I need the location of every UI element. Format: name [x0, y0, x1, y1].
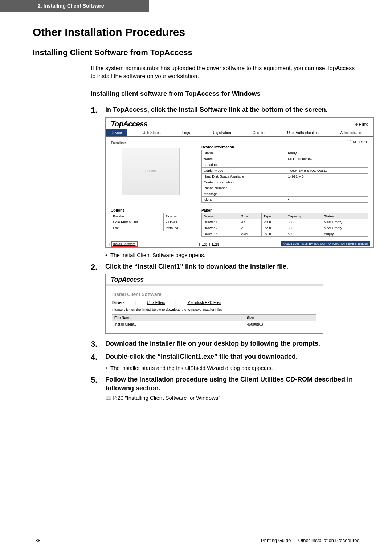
copyright-text: ©2003-2005 TOSHIBA TEC CORPORATION All R…: [281, 241, 370, 246]
chapter-tab: 2. Installing Client Software: [0, 0, 149, 12]
install-client1-link[interactable]: Install Client1: [112, 321, 245, 328]
tab-registration[interactable]: Registration: [207, 129, 236, 136]
refresh-label: REFRESH: [353, 140, 368, 144]
device-info-table: Statusready NameMFP-00000184 Location Co…: [201, 150, 368, 203]
step-3: 3. Download the installer file on your d…: [91, 339, 359, 349]
table-row: Message: [202, 191, 368, 197]
tab-unix-filters[interactable]: Unix Filters: [147, 301, 165, 305]
heading-1: Other Installation Procedures: [33, 26, 359, 41]
paper-title: Paper: [201, 208, 368, 212]
table-row: Install Client1 45088(KB): [112, 321, 316, 328]
table-header-row: File Name Size: [112, 315, 316, 321]
tab-mac-ppd[interactable]: Macintosh PPD Files: [187, 301, 221, 305]
tab-device[interactable]: Device: [106, 129, 127, 136]
ics-tabs: Drivers| Unix Filters| Macintosh PPD Fil…: [112, 301, 316, 305]
step-4-sub: •The installer starts and the InstallShi…: [105, 364, 359, 372]
table-row: Hard Disk Space Available14992 MB: [202, 174, 368, 179]
step-number: 5.: [91, 375, 101, 392]
screenshot-install-client-software: TopAccess Install Client Software Driver…: [105, 274, 323, 334]
tab-user-auth[interactable]: User Authentication: [282, 129, 324, 136]
step-number: 2.: [91, 262, 101, 272]
heading-3: Installing client software from TopAcces…: [91, 90, 359, 98]
step-number: 1.: [91, 106, 101, 115]
table-row: Alerts▪: [202, 197, 368, 203]
tab-counter[interactable]: Counter: [248, 129, 271, 136]
book-icon: 📖: [105, 395, 111, 401]
topaccess-tabs: Device Job Status Logs Registration Coun…: [106, 129, 373, 137]
help-link[interactable]: Help: [212, 242, 219, 246]
table-row: FinisherFinisher: [111, 213, 194, 219]
file-size: 45088(KB): [245, 321, 316, 328]
paper-table: Drawer Size Type Capacity Status Drawer …: [201, 213, 368, 237]
table-row: Drawer 3A4RPlain500Empty: [202, 231, 368, 237]
topaccess-logo: TopAccess: [111, 276, 144, 283]
table-row: Location: [202, 162, 368, 168]
table-row: Statusready: [202, 150, 368, 156]
page-number: 188: [33, 538, 41, 543]
step-text: Follow the installation procedure using …: [105, 375, 359, 392]
table-row: Drawer 2A3Plain500Near Empty: [202, 225, 368, 231]
footer-title: Printing Guide — Other Installation Proc…: [261, 538, 359, 543]
table-row: NameMFP-00000184: [202, 156, 368, 162]
tab-drivers[interactable]: Drivers: [112, 301, 124, 305]
step-2: 2. Click the “Install Client1” link to d…: [91, 262, 359, 272]
step-1-sub: •The Install Client Software page opens.: [105, 251, 359, 259]
options-table: FinisherFinisher Hole Punch Unit2 Holes …: [111, 213, 194, 231]
refresh-button[interactable]: REFRESH: [201, 140, 368, 144]
table-row: Contact Information: [202, 179, 368, 185]
topaccess-logo: TopAccess: [111, 120, 147, 128]
step-5: 5. Follow the installation procedure usi…: [91, 375, 359, 392]
device-info-title: Device Information: [201, 145, 368, 149]
tab-administration[interactable]: Administration: [335, 129, 368, 136]
refresh-icon: [347, 140, 351, 144]
step-text: Download the installer file on your desk…: [105, 339, 320, 349]
screenshot-topaccess-device: TopAccess e-Filing Device Job Status Log…: [105, 117, 374, 248]
tab-logs[interactable]: Logs: [177, 129, 195, 136]
install-software-link[interactable]: Install Software: [111, 241, 138, 247]
table-row: Copier ModelTOSHIBA e-STUDIO351c: [202, 168, 368, 174]
step-text: In TopAccess, click the Install Software…: [105, 106, 328, 115]
step-5-reference: 📖 P.20 "Installing Client Software for W…: [105, 395, 359, 401]
device-section-title: Device: [111, 140, 194, 146]
ics-note: Please click on the link(s) below to dow…: [112, 307, 316, 311]
step-4: 4. Double-click the “InstallClient1.exe”…: [91, 353, 359, 362]
table-row: Hole Punch Unit2 Holes: [111, 219, 194, 225]
options-title: Options: [111, 208, 194, 212]
tab-job-status[interactable]: Job Status: [138, 129, 166, 136]
top-link[interactable]: Top: [202, 242, 207, 246]
printer-image-placeholder: ☐ MFP: [122, 148, 180, 195]
page-footer: 188 Printing Guide — Other Installation …: [33, 535, 359, 543]
step-number: 3.: [91, 339, 101, 349]
table-row: Phone Number: [202, 185, 368, 191]
ics-file-table: File Name Size Install Client1 45088(KB): [112, 314, 316, 327]
install-client-software-title: Install Client Software: [112, 292, 316, 297]
heading-2: Installing Client Software from TopAcces…: [33, 48, 359, 59]
step-1: 1. In TopAccess, click the Install Softw…: [91, 106, 359, 115]
step-text: Click the “Install Client1” link to down…: [105, 262, 288, 272]
step-number: 4.: [91, 353, 101, 362]
step-text: Double-click the “InstallClient1.exe” fi…: [105, 353, 298, 362]
footer-nav-links: | Top | Help |: [199, 242, 222, 246]
table-row: FaxInstalled: [111, 225, 194, 231]
efiling-link[interactable]: e-Filing: [355, 122, 368, 126]
table-header-row: Drawer Size Type Capacity Status: [202, 213, 368, 219]
table-row: Drawer 1A4Plain500Near Empty: [202, 219, 368, 225]
intro-paragraph: If the system administrator has uploaded…: [91, 64, 359, 80]
